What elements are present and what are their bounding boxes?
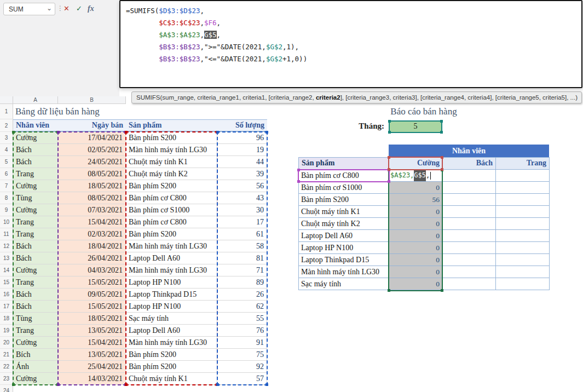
row-header-18[interactable]: 18 [0,313,13,325]
formula-bar-editor[interactable]: =SUMIFS($D$3:$D$23, $C$3:$C$23,$F6, $A$3… [119,0,582,88]
data-header-2[interactable]: Sản phẩm [126,120,217,131]
row-header-22[interactable]: 22 [0,361,13,373]
range-handle[interactable] [216,131,219,134]
trang-cell[interactable] [496,266,550,278]
bach-cell[interactable] [443,254,496,266]
row-header-17[interactable]: 17 [0,301,13,313]
trang-cell[interactable] [496,206,550,218]
range-handle[interactable] [441,289,443,292]
formula-bar-drag-handle-icon[interactable]: ⋮ [57,4,64,12]
product-cell[interactable]: Bàn phím cơ S1000 [299,182,389,194]
trang-cell[interactable] [496,194,550,206]
insert-function-icon[interactable]: fx [88,3,94,14]
product-cell[interactable]: Bàn phím S200 [299,194,389,206]
range-border-b3-b23[interactable] [57,131,126,385]
row-header-20[interactable]: 20 [0,337,13,349]
bach-cell[interactable] [443,194,496,206]
product-cell[interactable]: Sạc máy tính [299,278,389,290]
row-header-11[interactable]: 11 [0,228,13,240]
product-cell[interactable]: Màn hình máy tính LG30 [299,266,389,278]
row-header-23[interactable]: 23 [0,373,13,385]
trang-cell[interactable] [496,230,550,242]
bach-cell[interactable] [443,266,496,278]
name-box[interactable]: SUM ⌄ [3,3,55,15]
month-label[interactable]: Tháng: [307,122,384,131]
range-handle[interactable] [388,180,390,183]
product-cell[interactable]: Laptop Dell A60 [299,230,389,242]
range-handle[interactable] [265,383,268,386]
range-handle[interactable] [388,131,391,134]
bach-cell[interactable] [443,170,496,182]
data-header-0[interactable]: Nhân viên [13,120,58,131]
range-handle[interactable] [441,168,443,171]
range-handle[interactable] [388,289,390,292]
range-handle[interactable] [388,168,390,171]
trang-cell[interactable] [496,218,550,230]
row-header-8[interactable]: 8 [0,192,13,204]
data-header-1[interactable]: Ngày bán [58,120,126,131]
range-handle[interactable] [388,120,391,123]
range-handle[interactable] [265,131,268,134]
range-border-d3-d23[interactable] [217,131,268,385]
cell-border-f6[interactable] [298,169,390,182]
range-handle[interactable] [297,180,300,183]
row-header-10[interactable]: 10 [0,216,13,228]
data-table-title[interactable]: Bảng dữ liệu bán hàng [13,104,100,119]
cell-border-g5[interactable] [388,157,443,170]
bach-cell[interactable] [443,242,496,254]
range-handle[interactable] [57,131,60,134]
row-header-21[interactable]: 21 [0,349,13,361]
column-header-a[interactable]: A [13,96,58,104]
month-cell[interactable]: 5 [389,120,442,133]
trang-cell[interactable] [496,254,550,266]
report-title[interactable]: Báo cáo bán hàng [298,106,549,117]
range-border-c3-c23[interactable] [125,131,218,385]
row-header-4[interactable]: 4 [0,144,13,156]
row-header-6[interactable]: 6 [0,168,13,180]
row-header-2[interactable]: 2 [0,119,13,132]
row-header-7[interactable]: 7 [0,180,13,192]
product-cell[interactable]: Chuột máy tính K2 [299,218,389,230]
column-header-b[interactable]: B [58,96,126,104]
bach-cell[interactable] [443,230,496,242]
range-handle[interactable] [441,156,443,159]
trang-cell[interactable] [496,182,550,194]
range-handle[interactable] [12,383,15,386]
product-cell[interactable]: Laptop Thinkpad D15 [299,254,389,266]
row-header-5[interactable]: 5 [0,156,13,168]
report-header-0[interactable]: Sản phẩm [299,157,389,170]
range-handle[interactable] [125,383,128,386]
range-handle[interactable] [57,383,60,386]
range-handle[interactable] [440,131,443,134]
bach-cell[interactable] [443,278,496,290]
report-header-3[interactable]: Trang [496,157,550,170]
enter-icon[interactable]: ✓ [76,3,82,14]
row-header-19[interactable]: 19 [0,325,13,337]
report-header-2[interactable]: Bách [443,157,496,170]
range-border-g6-g15[interactable] [388,169,443,291]
row-header-3[interactable]: 3 [0,132,13,144]
row-header-24[interactable]: 24 [0,385,13,392]
range-border-a3-a23[interactable] [13,131,59,385]
data-header-3[interactable]: Số lượng [217,120,267,131]
range-handle[interactable] [216,383,219,386]
range-handle[interactable] [388,156,390,159]
empty-cell[interactable] [298,145,389,157]
trang-cell[interactable] [496,170,550,182]
row-header-15[interactable]: 15 [0,276,13,289]
range-handle[interactable] [297,169,300,171]
trang-cell[interactable] [496,242,550,254]
bach-cell[interactable] [443,206,496,218]
row-header-1[interactable]: 1 [0,104,13,119]
chevron-down-icon[interactable]: ⌄ [47,4,52,12]
cancel-icon[interactable]: ✕ [64,3,70,14]
product-cell[interactable]: Chuột máy tính K1 [299,206,389,218]
select-all-corner[interactable] [0,96,13,104]
row-header-16[interactable]: 16 [0,289,13,301]
row-header-14[interactable]: 14 [0,264,13,276]
bach-cell[interactable] [443,182,496,194]
range-handle[interactable] [125,131,128,134]
trang-cell[interactable] [496,278,550,290]
row-header-13[interactable]: 13 [0,252,13,264]
row-header-9[interactable]: 9 [0,204,13,216]
